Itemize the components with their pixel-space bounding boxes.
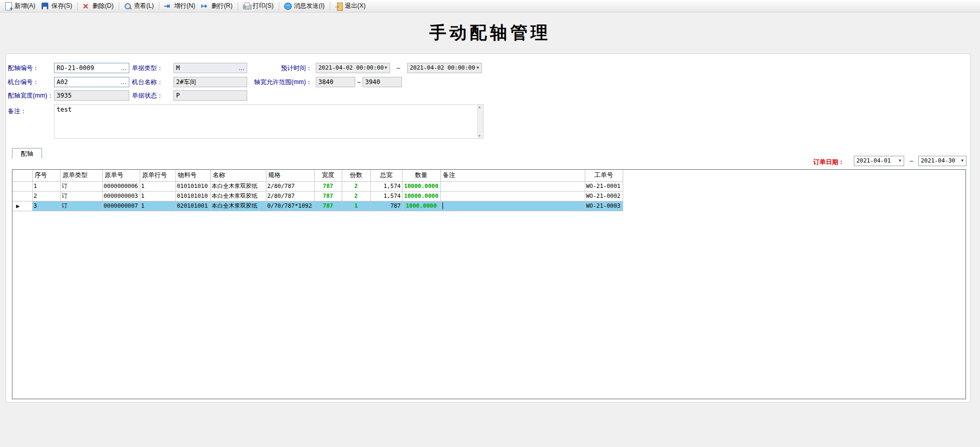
table-row[interactable]: ▶3订00000000071020101001本白全木浆双胶纸0/70/787*… bbox=[12, 201, 623, 211]
grid-column-header[interactable]: 原单号 bbox=[102, 170, 140, 181]
tab-peizhou[interactable]: 配轴 bbox=[12, 148, 42, 159]
grid-cell[interactable]: WO-21-0003 bbox=[585, 201, 623, 211]
grid-cell[interactable]: 787 bbox=[314, 201, 342, 211]
grid-cell[interactable]: 1 bbox=[32, 181, 60, 191]
expected-time-to-value: 2021-04-02 00:00:00 bbox=[410, 64, 475, 71]
toolbar-button-add[interactable]: 新增(A) bbox=[2, 1, 38, 11]
toolbar-button-print[interactable]: 打印(S) bbox=[240, 1, 277, 11]
grid-column-header[interactable]: 工单号 bbox=[585, 170, 623, 181]
grid-cell[interactable] bbox=[440, 201, 585, 211]
main-panel: 配轴编号： RO-21-0009 … 单据类型： M … 预计时间： 2021-… bbox=[6, 53, 971, 402]
peizhou-width-field[interactable]: 3935 bbox=[54, 90, 129, 101]
row-selector-cell[interactable]: ▶ bbox=[12, 201, 32, 211]
order-date-to-dropdown[interactable]: 2021-04-30 ▼ bbox=[918, 156, 966, 166]
grid-cell[interactable]: 2/80/787 bbox=[266, 191, 314, 201]
grid-column-header[interactable]: 数量 bbox=[402, 170, 440, 181]
ellipsis-picker-icon[interactable]: … bbox=[120, 77, 127, 87]
grid-cell[interactable]: 10000.0000 bbox=[402, 191, 440, 201]
grid-cell[interactable]: WO-21-0001 bbox=[585, 181, 623, 191]
grid-cell[interactable]: 1 bbox=[140, 201, 176, 211]
grid-column-header[interactable]: 名称 bbox=[210, 170, 266, 181]
grid-cell[interactable]: 1,574 bbox=[370, 191, 402, 201]
grid-column-header[interactable]: 份数 bbox=[342, 170, 370, 181]
grid-cell[interactable]: 0000000007 bbox=[102, 201, 140, 211]
grid-column-header[interactable]: 序号 bbox=[32, 170, 60, 181]
grid-cell[interactable]: 1 bbox=[140, 181, 176, 191]
machine-no-field[interactable]: A02 … bbox=[54, 77, 129, 87]
grid-cell[interactable]: 0000000003 bbox=[102, 191, 140, 201]
machine-name-label: 机台名称： bbox=[132, 77, 163, 87]
grid-cell[interactable]: 0/70/787*1092 bbox=[266, 201, 314, 211]
chevron-down-icon[interactable]: ▼ bbox=[898, 156, 902, 166]
grid-cell[interactable]: 787 bbox=[370, 201, 402, 211]
grid-cell[interactable]: 020101001 bbox=[176, 201, 210, 211]
ellipsis-picker-icon[interactable]: … bbox=[120, 63, 127, 73]
range-dash: – bbox=[393, 63, 404, 73]
order-date-from-dropdown[interactable]: 2021-04-01 ▼ bbox=[854, 156, 904, 166]
grid-cell[interactable]: 1 bbox=[140, 191, 176, 201]
grid-cell[interactable]: WO-21-0002 bbox=[585, 191, 623, 201]
scrollbar[interactable] bbox=[477, 105, 483, 138]
toolbar-separator bbox=[77, 2, 78, 10]
peizhou-width-value: 3935 bbox=[57, 92, 72, 99]
row-selector-cell[interactable] bbox=[12, 191, 32, 201]
chevron-down-icon[interactable]: ▼ bbox=[960, 156, 964, 166]
chevron-down-icon[interactable]: ▼ bbox=[476, 63, 480, 73]
table-row[interactable]: 2订00000000031010101010本白全木浆双胶纸2/80/78778… bbox=[12, 191, 623, 201]
grid-cell[interactable]: 2 bbox=[342, 181, 370, 191]
grid-column-header[interactable]: 规格 bbox=[266, 170, 314, 181]
peizhou-no-field[interactable]: RO-21-0009 … bbox=[54, 63, 129, 73]
toolbar-button-send-message[interactable]: 消息发送(I) bbox=[281, 1, 328, 11]
axis-range-to-field[interactable]: 3940 bbox=[363, 77, 402, 87]
grid-cell[interactable]: 1 bbox=[342, 201, 370, 211]
grid-column-header[interactable]: 原单类型 bbox=[60, 170, 102, 181]
grid-cell[interactable]: 010101010 bbox=[176, 191, 210, 201]
toolbar-button-label: 删除(D) bbox=[92, 2, 114, 10]
table-row[interactable]: 1订00000000061010101010本白全木浆双胶纸2/80/78778… bbox=[12, 181, 623, 191]
grid-cell[interactable]: 010101010 bbox=[176, 181, 210, 191]
doc-status-field[interactable]: P bbox=[173, 90, 247, 101]
toolbar-button-delete-row[interactable]: 删行(R) bbox=[199, 1, 236, 11]
expected-time-to-dropdown[interactable]: 2021-04-02 00:00:00 ▼ bbox=[407, 63, 482, 73]
grid-cell[interactable]: 订 bbox=[60, 181, 102, 191]
expected-time-label: 预计时间： bbox=[235, 63, 312, 73]
grid-column-header[interactable]: 物料号 bbox=[176, 170, 210, 181]
grid-cell[interactable]: 本白全木浆双胶纸 bbox=[210, 191, 266, 201]
grid-cell[interactable]: 本白全木浆双胶纸 bbox=[210, 201, 266, 211]
grid-cell[interactable]: 787 bbox=[314, 191, 342, 201]
toolbar-button-view[interactable]: 查看(L) bbox=[122, 1, 157, 11]
toolbar-button-add-row[interactable]: 增行(N) bbox=[162, 1, 198, 11]
grid-cell[interactable]: 1000.0000 bbox=[402, 201, 440, 211]
grid-cell[interactable]: 10000.0000 bbox=[402, 181, 440, 191]
grid-column-header[interactable]: 宽度 bbox=[314, 170, 342, 181]
grid-cell[interactable]: 1,574 bbox=[370, 181, 402, 191]
grid-cell[interactable]: 2 bbox=[342, 191, 370, 201]
row-selector-cell[interactable] bbox=[12, 181, 32, 191]
toolbar-button-save[interactable]: 保存(S) bbox=[39, 1, 75, 11]
grid-cell[interactable]: 订 bbox=[60, 201, 102, 211]
grid-body: 1订00000000061010101010本白全木浆双胶纸2/80/78778… bbox=[12, 181, 623, 211]
grid-cell[interactable]: 3 bbox=[32, 201, 60, 211]
peizhou-no-label: 配轴编号： bbox=[8, 63, 39, 73]
grid-cell[interactable]: 本白全木浆双胶纸 bbox=[210, 181, 266, 191]
grid-cell[interactable]: 0000000006 bbox=[102, 181, 140, 191]
remark-textarea[interactable]: test bbox=[54, 104, 484, 139]
expected-time-from-dropdown[interactable]: 2021-04-02 00:00:00 ▼ bbox=[316, 63, 390, 73]
chevron-down-icon[interactable]: ▼ bbox=[384, 63, 388, 73]
range-dash: – bbox=[907, 156, 916, 166]
toolbar-button-exit[interactable]: 退出(X) bbox=[332, 1, 369, 11]
grid-column-header[interactable]: 备注 bbox=[440, 170, 585, 181]
toolbar-button-label: 新增(A) bbox=[15, 2, 35, 10]
grid-cell[interactable] bbox=[440, 181, 585, 191]
grid-column-header[interactable]: 总宽 bbox=[370, 170, 402, 181]
grid-cell[interactable]: 2/80/787 bbox=[266, 181, 314, 191]
toolbar-separator bbox=[238, 2, 238, 10]
grid-cell[interactable]: 2 bbox=[32, 191, 60, 201]
grid-column-header[interactable]: 原单行号 bbox=[140, 170, 176, 181]
grid-cell[interactable]: 787 bbox=[314, 181, 342, 191]
grid-cell[interactable] bbox=[440, 191, 585, 201]
grid-cell[interactable]: 订 bbox=[60, 191, 102, 201]
toolbar-button-delete[interactable]: 删除(D) bbox=[80, 1, 117, 11]
axis-range-from-field[interactable]: 3840 bbox=[316, 77, 355, 87]
grid-selector-header[interactable] bbox=[12, 170, 32, 181]
